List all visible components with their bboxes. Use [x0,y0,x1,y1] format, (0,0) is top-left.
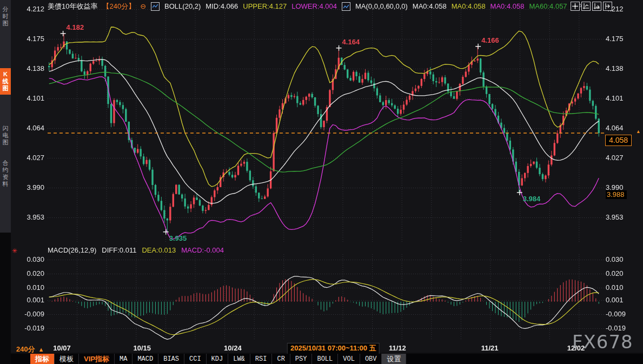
toolbar-button-16[interactable]: 设置 [382,354,406,364]
price-tick-left: 4.175 [14,35,44,43]
macd-tick-left: 0.001 [14,296,44,304]
ma-value-2: MA0:4.058 [452,2,486,10]
sidebar-tab-1[interactable]: 分时图 [0,3,11,30]
chart-title: 美债10年收益率 [48,2,97,11]
sidebar-tab-2[interactable]: K线图 [0,68,11,95]
ma-name: MA(0,0,0,60,0,0) [355,2,408,10]
period-label: 240分 [16,345,35,353]
macd-header: MACD(26,12,9) DIFF:0.011 DEA:0.013 MACD:… [48,246,224,254]
price-tick-left: 4.212 [14,5,44,13]
link-circle-icon[interactable]: ⊖ [140,2,146,10]
time-axis-label: 11/12 [389,344,406,352]
price-tick-left: 4.101 [14,94,44,102]
ma-indicator-icon[interactable] [342,2,350,11]
macd-dea-value: DEA:0.013 [142,246,176,254]
reference-price-label: 3.988 [606,190,627,199]
sidebar-tab-3[interactable]: 闪电图 [0,122,11,149]
toolbar-button-7[interactable]: CCI [184,354,207,364]
sidebar-tab-label: 闪电图 [2,125,9,146]
indicator-toolbar: 指标模板VIP指标MAMACDBIASCCIKDJLW&RSICRPSYBOLL… [11,354,643,364]
sidebar-tab-label: 合约资料 [2,160,9,188]
price-tick-right: 4.101 [606,94,624,102]
toolbar-button-5[interactable]: MACD [132,354,158,364]
time-axis-label: 10/24 [224,344,242,352]
price-tick-right: 4.138 [606,64,624,72]
toolbar-button-4[interactable]: MA [115,354,132,364]
toolbar-button-10[interactable]: RSI [250,354,273,364]
toolbar-button-9[interactable]: LW& [228,354,250,364]
toolbar-button-11[interactable]: CR [272,354,290,364]
ma-value-3: MA0:4.058 [490,2,525,10]
price-tick-left: 3.953 [14,213,44,221]
macd-tick-right: 0.020 [606,269,624,277]
price-tick-left: 3.990 [14,183,44,191]
chart-header: 美债10年收益率 【240分】 ⊖ BOLL(20,2) MID:4.066 U… [48,2,588,11]
macd-tick-left: 0.030 [14,255,44,263]
boll-lower-value: LOWER:4.004 [291,2,337,10]
price-annotation: 4.182 [67,23,84,31]
sidebar-tab-label: K线图 [2,71,9,92]
ma-values: MA0:4.058MA0:4.058MA0:4.058MA60:4.057MA0… [413,2,588,10]
time-axis-period[interactable]: 240分▲ [16,345,44,354]
sidebar: 分时图K线图闪电图合约资料 [0,0,11,364]
price-tick-right: 4.027 [606,154,624,162]
toolbar-button-1[interactable]: 指标 [30,354,55,364]
price-tick-left: 4.064 [14,124,44,132]
macd-bar-value: MACD:-0.004 [181,246,224,254]
current-price-badge: 4.058 [605,135,632,146]
ma-value-4: MA60:4.057 [529,2,567,10]
price-tick-right: 4.064 [606,124,624,132]
y-axis-scale-icon[interactable] [581,2,591,11]
toolbar-button-14[interactable]: VOL [338,354,360,364]
macd-name: MACD(26,12,9) [48,246,96,254]
macd-tick-right: -0.009 [606,310,626,318]
time-axis-label: 10/07 [53,344,71,352]
ma-value-1: MA0:4.058 [413,2,447,10]
price-marker-icon: ▲ [636,129,641,134]
macd-tick-left: 0.010 [14,283,44,292]
toolbar-button-2[interactable]: 模板 [55,354,79,364]
price-annotation: 4.164 [342,38,360,46]
macd-burst-icon[interactable]: ✳ [12,247,17,255]
macd-tick-right: 0.001 [606,296,624,304]
macd-diff-value: DIFF:0.011 [102,246,136,254]
window-controls [571,2,612,11]
price-annotation: 3.984 [523,195,541,203]
price-annotation: 4.166 [481,36,499,44]
toolbar-button-15[interactable]: OBV [360,354,382,364]
boll-mid-value: MID:4.066 [206,2,238,10]
toolbar-button-6[interactable]: BIAS [158,354,184,364]
export-right-icon[interactable] [603,2,612,11]
macd-tick-left: -0.009 [14,310,44,318]
pan-icon[interactable] [571,2,580,11]
sidebar-background [0,0,11,233]
macd-tick-right: 0.010 [606,283,624,292]
price-tick-right: 4.175 [606,35,624,43]
sidebar-tab-4[interactable]: 合约资料 [0,157,11,190]
toolbar-button-13[interactable]: BOLL [312,354,338,364]
period-arrow-icon: ▲ [38,346,44,353]
time-axis-label: 10/15 [133,344,151,352]
macd-tick-left: 0.020 [14,269,44,277]
price-tick-left: 4.027 [14,154,44,162]
macd-tick-left: -0.019 [14,324,44,332]
boll-upper-value: UPPER:4.127 [243,2,287,10]
macd-tick-right: 0.030 [606,255,624,263]
price-tick-left: 4.138 [14,64,44,72]
time-axis-label: 11/21 [481,344,499,352]
toolbar-button-8[interactable]: KDJ [207,354,229,364]
boll-name: BOLL(20,2) [164,2,201,10]
watermark: FX678 [572,331,633,353]
toolbar-button-12[interactable]: PSY [290,354,313,364]
price-annotation: 3.935 [169,234,187,242]
toolbar-button-3[interactable]: VIP指标 [79,354,115,364]
selected-bar-datetime: 2025/10/31 07:00~11:00 五 [287,343,380,354]
period-tag: 【240分】 [102,2,135,11]
boll-indicator-icon[interactable] [151,2,160,11]
price-tick-right: 3.953 [606,213,624,221]
sidebar-tab-label: 分时图 [2,6,9,27]
chart-overlay: 美债10年收益率 【240分】 ⊖ BOLL(20,2) MID:4.066 U… [0,0,643,364]
x-axis-scale-icon[interactable] [592,2,601,11]
